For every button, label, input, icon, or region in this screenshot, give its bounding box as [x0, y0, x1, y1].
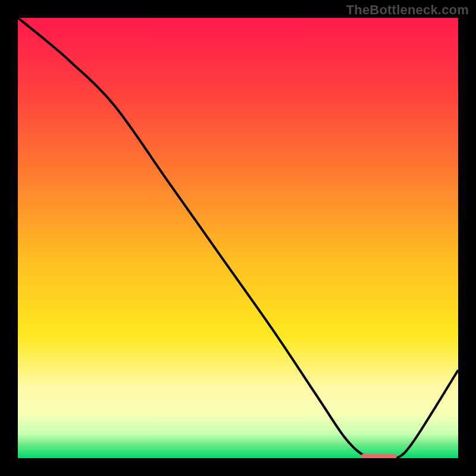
- plot-background: [18, 18, 458, 458]
- optimal-range-marker: [361, 454, 396, 459]
- bottleneck-chart: [0, 0, 476, 476]
- chart-stage: TheBottleneck.com: [0, 0, 476, 476]
